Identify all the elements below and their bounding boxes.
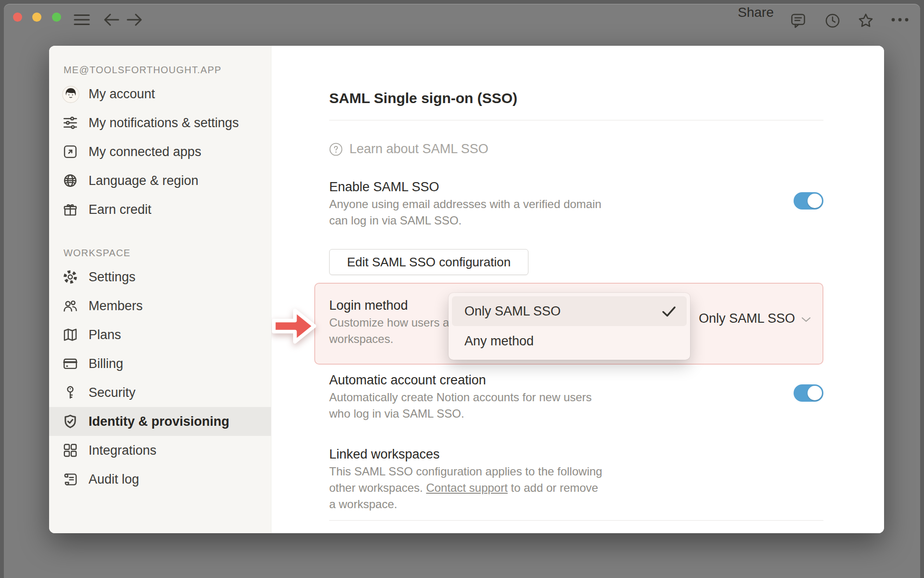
- workspace-section-label: WORKSPACE: [64, 247, 271, 259]
- sidebar-item-label: My account: [89, 87, 155, 102]
- history-button[interactable]: [824, 13, 841, 29]
- sidebar-item-label: My notifications & settings: [89, 116, 239, 131]
- contact-support-link[interactable]: Contact support: [426, 481, 507, 494]
- key-icon: [62, 384, 78, 401]
- sidebar-item-audit-log[interactable]: Audit log: [49, 465, 271, 494]
- settings-main-panel: SAML Single sign-on (SSO) Learn about SA…: [271, 46, 884, 533]
- sidebar-item-label: Identity & provisioning: [89, 414, 230, 429]
- sidebar-item-members[interactable]: Members: [49, 291, 271, 320]
- sliders-icon: [62, 115, 78, 131]
- account-section-label: ME@TOOLSFORTHOUGHT.APP: [64, 64, 271, 76]
- enable-saml-section: Enable SAML SSO Anyone using email addre…: [329, 178, 823, 229]
- auto-account-toggle[interactable]: [794, 384, 823, 402]
- zoom-traffic-light[interactable]: [52, 13, 61, 22]
- app-window: Share: [4, 4, 920, 578]
- dropdown-option-label: Any method: [464, 334, 534, 349]
- history-clock-icon: [824, 13, 841, 29]
- comments-icon: [790, 12, 807, 29]
- close-traffic-light[interactable]: [13, 13, 22, 22]
- gift-icon: [62, 201, 78, 218]
- auto-account-description: Automatically create Notion accounts for…: [329, 389, 592, 422]
- auto-account-section: Automatic account creation Automatically…: [329, 371, 823, 422]
- credit-card-icon: [62, 355, 78, 372]
- sidebar-item-earn-credit[interactable]: Earn credit: [49, 195, 271, 224]
- linked-workspaces-description: This SAML SSO configuration applies to t…: [329, 463, 602, 512]
- back-button[interactable]: [103, 13, 120, 26]
- sidebar-item-integrations[interactable]: Integrations: [49, 436, 271, 465]
- favorite-button[interactable]: [857, 12, 875, 30]
- scroll-icon: [62, 471, 78, 487]
- sidebar-item-label: Language & region: [89, 173, 198, 188]
- sidebar-item-label: Settings: [89, 270, 136, 285]
- toggle-knob: [808, 386, 822, 400]
- enable-saml-description: Anyone using email addresses with a veri…: [329, 196, 602, 229]
- sidebar-item-label: Audit log: [89, 472, 139, 487]
- title-divider: [329, 120, 823, 120]
- sidebar-item-label: Members: [89, 299, 143, 314]
- avatar: [62, 86, 78, 102]
- titlebar: Share: [4, 4, 920, 34]
- sidebar-item-notifications-settings[interactable]: My notifications & settings: [49, 108, 271, 137]
- sidebar-item-label: Earn credit: [89, 202, 152, 217]
- sidebar-item-language-region[interactable]: Language & region: [49, 166, 271, 195]
- back-arrow-icon: [103, 13, 120, 26]
- sidebar-item-settings[interactable]: Settings: [49, 263, 271, 291]
- login-method-highlight-box: Login method Customize how users access …: [314, 283, 823, 365]
- sidebar-item-label: Integrations: [89, 443, 156, 458]
- sidebar-item-plans[interactable]: Plans: [49, 320, 271, 349]
- comments-button[interactable]: [790, 12, 807, 29]
- auto-account-heading: Automatic account creation: [329, 371, 592, 389]
- check-icon: [662, 305, 676, 317]
- learn-link-label: Learn about SAML SSO: [349, 142, 488, 157]
- minimize-traffic-light[interactable]: [32, 13, 41, 22]
- arrow-out-box-icon: [62, 144, 78, 160]
- sidebar-item-identity-provisioning[interactable]: Identity & provisioning: [49, 407, 271, 436]
- linked-workspaces-heading: Linked workspaces: [329, 445, 602, 463]
- workspace-items: Settings: [49, 263, 271, 494]
- more-ellipsis-icon: [891, 17, 909, 22]
- desktop: Share: [0, 0, 924, 578]
- more-button[interactable]: [891, 17, 909, 22]
- map-icon: [62, 327, 78, 343]
- settings-sidebar: ME@TOOLSFORTHOUGHT.APP My account: [49, 46, 271, 533]
- enable-saml-toggle[interactable]: [794, 192, 823, 210]
- globe-icon: [62, 172, 78, 189]
- sidebar-item-label: Security: [89, 385, 136, 400]
- linked-workspaces-section: Linked workspaces This SAML SSO configur…: [329, 445, 823, 512]
- sidebar-item-connected-apps[interactable]: My connected apps: [49, 137, 271, 166]
- annotation-arrow-icon: [271, 305, 317, 347]
- dropdown-option-only-saml-sso[interactable]: Only SAML SSO: [452, 296, 687, 326]
- forward-button[interactable]: [126, 13, 143, 26]
- hamburger-menu-button[interactable]: [74, 13, 90, 26]
- forward-arrow-icon: [126, 13, 143, 26]
- bottom-divider: [329, 520, 823, 521]
- enable-saml-heading: Enable SAML SSO: [329, 178, 602, 196]
- learn-about-saml-link[interactable]: Learn about SAML SSO: [329, 142, 488, 157]
- edit-saml-config-button[interactable]: Edit SAML SSO configuration: [329, 249, 528, 275]
- account-items: My account My notifications & setting: [49, 79, 271, 224]
- help-circle-icon: [329, 143, 343, 156]
- members-icon: [62, 298, 78, 314]
- chevron-down-icon: [801, 317, 811, 322]
- login-method-select[interactable]: Only SAML SSO: [699, 311, 811, 326]
- sidebar-item-label: Billing: [89, 356, 123, 371]
- dropdown-option-any-method[interactable]: Any method: [452, 326, 687, 356]
- sidebar-item-billing[interactable]: Billing: [49, 349, 271, 378]
- favorite-star-icon: [857, 12, 875, 30]
- settings-modal: ME@TOOLSFORTHOUGHT.APP My account: [49, 46, 884, 533]
- hamburger-icon: [74, 13, 90, 26]
- page-title: SAML Single sign-on (SSO): [329, 89, 823, 107]
- gear-icon: [62, 269, 78, 285]
- grid-icon: [62, 442, 78, 459]
- sidebar-item-label: Plans: [89, 328, 121, 342]
- sidebar-item-security[interactable]: Security: [49, 378, 271, 407]
- login-method-selected-value: Only SAML SSO: [699, 311, 795, 326]
- login-method-dropdown: Only SAML SSO Any method: [449, 293, 690, 360]
- sidebar-item-my-account[interactable]: My account: [49, 79, 271, 108]
- toggle-knob: [808, 194, 822, 208]
- sidebar-item-label: My connected apps: [89, 144, 201, 159]
- shield-check-icon: [62, 413, 78, 430]
- dropdown-option-label: Only SAML SSO: [464, 304, 561, 319]
